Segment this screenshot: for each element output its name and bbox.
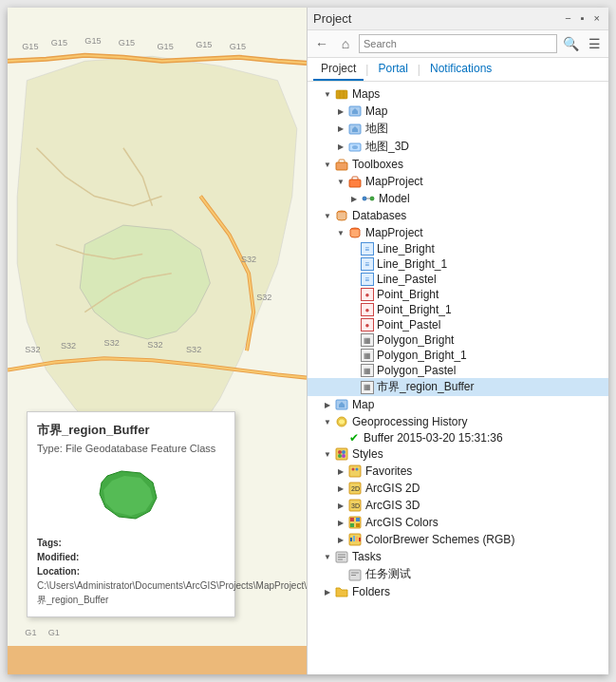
- tree-label: Maps: [352, 87, 608, 101]
- svg-text:G15: G15: [119, 38, 135, 47]
- icon-maps: [334, 86, 349, 102]
- toggle-databases[interactable]: ▼: [321, 212, 334, 220]
- home-btn[interactable]: ⌂: [335, 33, 356, 54]
- toggle-map-entry[interactable]: ▶: [321, 401, 334, 409]
- menu-btn[interactable]: ☰: [584, 33, 605, 54]
- tree-item-polygon-bright[interactable]: ▦ Polygon_Bright: [308, 332, 608, 348]
- tree-item-task1[interactable]: 任务测试: [308, 565, 608, 583]
- tree-label: Styles: [352, 447, 608, 461]
- tree-item-arcgiscolors[interactable]: ▶ ArcGIS Colors: [308, 514, 608, 531]
- tree-label: ArcGIS 3D: [365, 499, 608, 512]
- tree-item-geoprocessing[interactable]: ▼ Geoprocessing History: [308, 413, 608, 430]
- search-input[interactable]: [359, 34, 557, 53]
- tree-item-arcgis2d[interactable]: ▶ 2D ArcGIS 2D: [308, 480, 608, 497]
- tree-item-point-bright[interactable]: ● Point_Bright: [308, 287, 608, 302]
- icon-map2: [347, 122, 363, 137]
- search-btn[interactable]: 🔍: [560, 33, 581, 54]
- toggle-styles[interactable]: ▼: [321, 450, 334, 459]
- tree-item-polygon-bright1[interactable]: ▦ Polygon_Bright_1: [308, 348, 608, 363]
- svg-point-40: [352, 468, 355, 471]
- toggle-map3[interactable]: ▶: [334, 142, 347, 151]
- toggle-toolboxes[interactable]: ▼: [321, 161, 334, 169]
- tree-item-map2[interactable]: ▶ 地图: [308, 120, 608, 138]
- tree-item-colorbrewer[interactable]: ▶ ColorBrewer Schemes (RGB): [308, 531, 608, 548]
- icon-layer-point-pastel: ●: [361, 318, 374, 332]
- toggle-mapproject-db[interactable]: ▼: [334, 229, 347, 237]
- svg-text:G15: G15: [196, 40, 212, 49]
- tree-area[interactable]: ▼ Maps ▶ Map ▶: [308, 82, 608, 674]
- tree-item-shijie-buffer[interactable]: ▦ 市界_region_Buffer: [308, 378, 608, 396]
- toggle-folders[interactable]: ▶: [321, 588, 334, 597]
- popup-title: 市界_region_Buffer: [37, 422, 225, 439]
- toggle-arcgiscolors[interactable]: ▶: [334, 519, 347, 527]
- tree-item-toolboxes[interactable]: ▼ Toolboxes: [308, 156, 608, 173]
- tree-item-map-entry[interactable]: ▶ Map: [308, 396, 608, 413]
- tree-label: ArcGIS 2D: [365, 482, 608, 495]
- tree-item-arcgis3d[interactable]: ▶ 3D ArcGIS 3D: [308, 497, 608, 514]
- tab-portal[interactable]: Portal: [370, 58, 415, 81]
- toggle-colorbrewer[interactable]: ▶: [334, 536, 347, 544]
- toggle-mapproject-tb[interactable]: ▼: [334, 178, 347, 186]
- tree-label: 地图: [365, 121, 608, 137]
- tree-label: 任务测试: [365, 566, 608, 582]
- tab-notifications[interactable]: Notifications: [422, 58, 499, 81]
- svg-text:G1: G1: [25, 628, 36, 637]
- toggle-model[interactable]: ▶: [347, 195, 361, 203]
- tree-item-polygon-pastel[interactable]: ▦ Polygon_Pastel: [308, 363, 608, 378]
- icon-layer-point: ●: [361, 288, 374, 301]
- tree-label: ColorBrewer Schemes (RGB): [365, 533, 608, 546]
- toggle-map2[interactable]: ▶: [334, 124, 347, 133]
- svg-text:3D: 3D: [351, 502, 360, 509]
- toggle-favorites[interactable]: ▶: [334, 467, 347, 476]
- tree-label: Toolboxes: [352, 158, 608, 171]
- tree-label: MapProject: [365, 226, 608, 239]
- tree-item-favorites[interactable]: ▶ Favorites: [308, 463, 608, 480]
- tree-label: Line_Bright: [377, 242, 608, 256]
- map-area[interactable]: G15 G15 G15 G15 G15 G15 G15 S32 S32 S32 …: [8, 8, 307, 674]
- tree-item-tasks[interactable]: ▼ Tasks: [308, 548, 608, 565]
- tree-item-mapproject-tb[interactable]: ▼ MapProject: [308, 173, 608, 190]
- icon-layer-line: ≡: [361, 242, 374, 256]
- tree-item-buffer-hist[interactable]: ✔ Buffer 2015-03-20 15:31:36: [308, 430, 608, 445]
- icon-layer-point-1: ●: [361, 303, 374, 316]
- tree-item-line-bright[interactable]: ≡ Line_Bright: [308, 241, 608, 256]
- icon-layer-polygon-pastel: ▦: [361, 364, 374, 377]
- tree-label: MapProject: [365, 175, 608, 188]
- icon-layer-polygon-1: ▦: [361, 349, 374, 362]
- tree-item-line-bright1[interactable]: ≡ Line_Bright_1: [308, 256, 608, 272]
- tree-item-map3[interactable]: ▶ 地图_3D: [308, 138, 608, 156]
- toggle-map1[interactable]: ▶: [334, 107, 347, 116]
- panel-minimize-btn[interactable]: −: [562, 13, 573, 24]
- tree-item-databases[interactable]: ▼ Databases: [308, 207, 608, 224]
- tree-label: Polygon_Bright_1: [377, 349, 608, 362]
- tree-item-folders[interactable]: ▶ Folders: [308, 583, 608, 600]
- tree-item-model[interactable]: ▶ Model: [308, 190, 608, 207]
- panel-header: Project − ▪ ×: [308, 8, 608, 30]
- tree-item-maps[interactable]: ▼ Maps: [308, 85, 608, 103]
- tree-label: Tasks: [352, 550, 608, 563]
- svg-point-28: [370, 197, 374, 200]
- tab-project[interactable]: Project: [313, 58, 364, 81]
- toggle-arcgis2d[interactable]: ▶: [334, 484, 347, 493]
- panel-close-btn[interactable]: ×: [591, 13, 603, 24]
- toggle-tasks[interactable]: ▼: [321, 553, 334, 561]
- tree-item-point-bright1[interactable]: ● Point_Bright_1: [308, 302, 608, 317]
- tree-label: Folders: [352, 585, 608, 598]
- toggle-geoprocessing[interactable]: ▼: [321, 418, 334, 426]
- svg-text:S32: S32: [61, 341, 76, 350]
- tree-item-point-pastel[interactable]: ● Point_Pastel: [308, 317, 608, 332]
- svg-point-37: [338, 454, 342, 458]
- tree-label: 地图_3D: [365, 139, 608, 155]
- back-btn[interactable]: ←: [311, 33, 332, 54]
- tree-item-mapproject-db[interactable]: ▼ MapProject: [308, 224, 608, 241]
- icon-layer-polygon-buffer: ▦: [361, 381, 374, 394]
- icon-arcgiscolors: [347, 515, 363, 530]
- panel-title: Project: [313, 11, 351, 26]
- tree-item-map1[interactable]: ▶ Map: [308, 103, 608, 120]
- panel-float-btn[interactable]: ▪: [578, 13, 588, 24]
- tree-item-line-pastel[interactable]: ≡ Line_Pastel: [308, 272, 608, 287]
- toggle-maps[interactable]: ▼: [321, 90, 334, 99]
- toggle-arcgis3d[interactable]: ▶: [334, 502, 347, 510]
- svg-rect-34: [336, 448, 347, 460]
- tree-item-styles[interactable]: ▼ Styles: [308, 445, 608, 463]
